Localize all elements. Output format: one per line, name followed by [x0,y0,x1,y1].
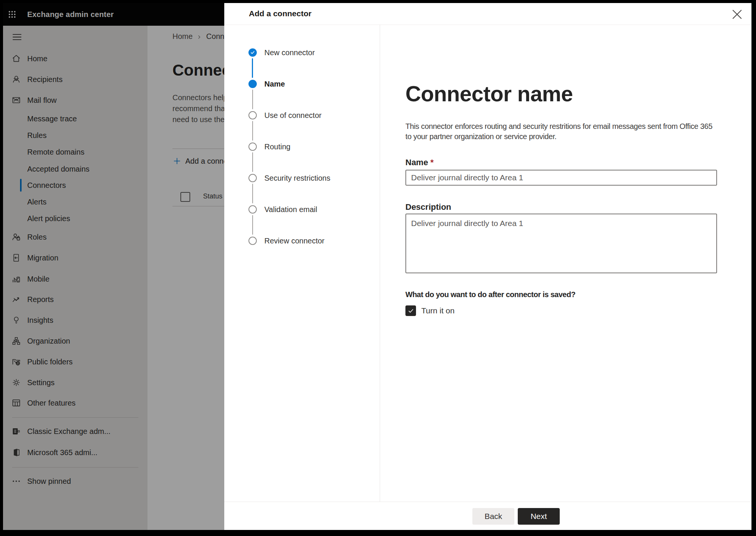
wizard-step-new-connector[interactable]: New connector [248,48,315,57]
name-label: Name* [405,158,433,167]
wizard-step-review-connector: Review connector [248,236,324,245]
step-description: This connector enforces routing and secu… [405,121,713,142]
step-indicator-upcoming [248,205,257,214]
step-label: Name [264,80,285,88]
close-icon [730,7,745,22]
dialog-body: New connectorNameUse of connectorRouting… [224,25,751,502]
step-indicator-upcoming [248,111,257,119]
dialog-footer: Back Next [224,502,751,530]
after-save-question: What do you want to do after connector i… [405,290,575,299]
step-connector-line [252,121,253,141]
wizard-step-validation-email: Validation email [248,205,317,214]
step-connector-line [252,90,253,109]
step-connector-line [252,152,253,172]
step-connector-line [252,58,253,78]
step-label: Review connector [264,237,324,245]
check-icon [407,307,414,314]
step-label: Validation email [264,205,317,214]
required-asterisk: * [430,158,434,167]
step-indicator-current [248,80,257,88]
name-input[interactable] [405,170,717,186]
dialog-title: Add a connector [249,9,312,18]
step-label: Use of connector [264,111,321,120]
wizard-step-use-of-connector: Use of connector [248,111,321,120]
next-button[interactable]: Next [518,508,560,525]
step-label: Security restrictions [264,174,331,183]
step-indicator-completed [248,48,257,57]
step-heading: Connector name [405,81,573,106]
step-indicator-upcoming [248,237,257,245]
back-button[interactable]: Back [472,508,514,525]
wizard-stepper: New connectorNameUse of connectorRouting… [224,25,380,502]
step-indicator-upcoming [248,174,257,182]
wizard-step-name[interactable]: Name [248,79,285,88]
turn-it-on-row: Turn it on [405,305,455,316]
step-connector-line [252,215,253,235]
wizard-page-name: Connector name This connector enforces r… [380,25,751,502]
step-label: Routing [264,143,290,151]
wizard-step-routing: Routing [248,142,290,151]
dialog-header: Add a connector [224,3,751,25]
description-line: This connector enforces routing and secu… [405,121,713,132]
description-label: Description [405,202,451,212]
exchange-admin-app: Exchange admin center HomeRecipientsMail… [3,3,751,530]
step-connector-line [252,184,253,203]
turn-it-on-label: Turn it on [421,306,455,315]
description-line: to your partner organization or service … [405,132,713,142]
turn-it-on-checkbox[interactable] [405,305,416,316]
close-button[interactable] [730,7,745,22]
check-icon [250,50,255,55]
wizard-step-security-restrictions: Security restrictions [248,174,331,183]
step-indicator-upcoming [248,143,257,151]
step-label: New connector [264,48,315,57]
add-connector-dialog: Add a connector New connectorNameUse of … [224,3,751,530]
description-textarea[interactable]: Deliver journal directly to Area 1 [405,214,717,273]
